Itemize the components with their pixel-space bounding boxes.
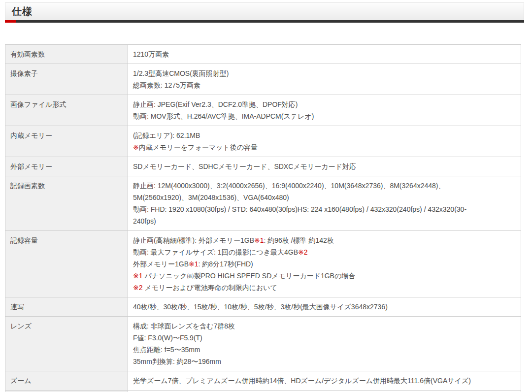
spec-value-line: SDメモリーカード、SDHCメモリーカード、SDXCメモリーカード対応 xyxy=(133,161,516,172)
spec-value-line: (記録エリア): 62.1MB xyxy=(133,130,516,141)
spec-value: 静止画: JPEG(Exif Ver2.3、DCF2.0準拠、DPOF対応)動画… xyxy=(128,95,521,126)
spec-text: メモリーおよび電池寿命の制限内において xyxy=(144,284,277,292)
spec-value: 40枚/秒、30枚/秒、15枚/秒、10枚/秒、5枚/秒、3枚/秒(最大画像サイ… xyxy=(128,297,521,317)
spec-text: 40枚/秒、30枚/秒、15枚/秒、10枚/秒、5枚/秒、3枚/秒(最大画像サイ… xyxy=(133,303,388,311)
page-title: 仕様 xyxy=(5,5,33,18)
table-row xyxy=(5,391,521,392)
spec-value-line: 静止画: JPEG(Exif Ver2.3、DCF2.0準拠、DPOF対応) xyxy=(133,98,516,110)
table-row: 画像ファイル形式静止画: JPEG(Exif Ver2.3、DCF2.0準拠、D… xyxy=(5,95,521,126)
spec-label: ズーム xyxy=(5,371,128,391)
spec-text: 35mm判換算: 約28〜196mm xyxy=(133,358,221,365)
spec-value-line: 構成: 非球面レンズを含む7群8枚 xyxy=(133,320,516,332)
spec-value-line: 動画: MOV形式、H.264/AVC準拠、IMA-ADPCM(ステレオ) xyxy=(133,110,516,122)
spec-label: 内蔵メモリー xyxy=(5,126,128,157)
spec-value-line: 静止画(高精細/標準): 外部メモリー1GB※1: 約96枚 /標準 約142枚 xyxy=(133,234,516,246)
spec-text: 総画素数: 1275万画素 xyxy=(133,81,200,89)
spec-value-line: 1/2.3型高速CMOS(裏面照射型) xyxy=(133,67,516,79)
red-accent xyxy=(5,20,16,23)
spec-text: : 約96枚 /標準 約142枚 xyxy=(264,236,334,244)
table-row: 連写40枚/秒、30枚/秒、15枚/秒、10枚/秒、5枚/秒、3枚/秒(最大画像… xyxy=(5,297,521,317)
spec-value: 1210万画素 xyxy=(128,45,521,64)
spec-text: 外部メモリー1GB xyxy=(133,260,189,268)
spec-value: (記録エリア): 62.1MB※内蔵メモリーをフォーマット後の容量 xyxy=(128,126,521,157)
spec-value xyxy=(128,391,521,392)
spec-value-line: ※2 メモリーおよび電池寿命の制限内において xyxy=(133,282,516,294)
spec-value-line: 動画: FHD: 1920 x1080(30fps) / STD: 640x48… xyxy=(133,203,516,215)
table-row: 記録画素数静止画: 12M(4000x3000)、3:2(4000x2656)、… xyxy=(5,176,521,231)
table-row: ズーム光学ズーム7倍、プレミアムズーム併用時約14倍、HDズーム/デジタルズーム… xyxy=(5,371,521,391)
spec-label: 撮像素子 xyxy=(5,64,128,95)
spec-text: SDメモリーカード、SDHCメモリーカード、SDXCメモリーカード対応 xyxy=(133,163,356,170)
spec-label: 画像ファイル形式 xyxy=(5,95,128,126)
spec-text: 動画: MOV形式、H.264/AVC準拠、IMA-ADPCM(ステレオ) xyxy=(133,112,314,120)
spec-text: パナソニック㈱製PRO HIGH SPEED SDメモリーカード1GBの場合 xyxy=(144,272,355,280)
spec-text: 動画: FHD: 1920 x1080(30fps) / STD: 640x48… xyxy=(133,205,466,213)
spec-label: 外部メモリー xyxy=(5,157,128,176)
spec-text: F値: F3.0(W)〜F5.9(T) xyxy=(133,334,202,342)
spec-label: 連写 xyxy=(5,297,128,317)
spec-text: 光学ズーム7倍、プレミアムズーム併用時約14倍、HDズーム/デジタルズーム併用時… xyxy=(133,377,471,385)
header-divider-bar xyxy=(5,20,524,23)
spec-value-line: ※1 パナソニック㈱製PRO HIGH SPEED SDメモリーカード1GBの場… xyxy=(133,270,516,282)
table-row: レンズ構成: 非球面レンズを含む7群8枚F値: F3.0(W)〜F5.9(T)焦… xyxy=(5,317,521,371)
spec-value: 光学ズーム7倍、プレミアムズーム併用時約14倍、HDズーム/デジタルズーム併用時… xyxy=(128,371,521,391)
spec-value-line: 総画素数: 1275万画素 xyxy=(133,79,516,91)
spec-value-line: 動画: 最大ファイルサイズ: 1回の撮影につき最大4GB※2 xyxy=(133,246,516,258)
note-marker: ※1 xyxy=(133,272,144,280)
spec-text: 構成: 非球面レンズを含む7群8枚 xyxy=(133,322,235,330)
table-row: 撮像素子1/2.3型高速CMOS(裏面照射型)総画素数: 1275万画素 xyxy=(5,64,521,95)
spec-table-body: 有効画素数1210万画素撮像素子1/2.3型高速CMOS(裏面照射型)総画素数:… xyxy=(5,45,521,392)
spec-text: (記録エリア): 62.1MB xyxy=(133,131,200,139)
spec-label: 有効画素数 xyxy=(5,45,128,64)
spec-text: 静止画: 12M(4000x3000)、3:2(4000x2656)、16:9(… xyxy=(133,182,445,190)
spec-text: 240fps) xyxy=(133,217,156,225)
note-marker: ※1 xyxy=(254,236,264,244)
spec-value-line: 静止画: 12M(4000x3000)、3:2(4000x2656)、16:9(… xyxy=(133,180,516,192)
table-row: 記録容量静止画(高精細/標準): 外部メモリー1GB※1: 約96枚 /標準 約… xyxy=(5,231,521,297)
note-marker: ※2 xyxy=(298,248,308,256)
spec-text: 動画: 最大ファイルサイズ: 1回の撮影につき最大4GB xyxy=(133,248,298,256)
spec-value-line: 焦点距離: f=5〜35mm xyxy=(133,344,516,356)
note-marker: ※1 xyxy=(189,260,199,268)
note-marker: ※2 xyxy=(133,284,144,292)
spec-value: 1/2.3型高速CMOS(裏面照射型)総画素数: 1275万画素 xyxy=(128,64,521,95)
spec-text: 5M(2560x1920)、3M(2048x1536)、VGA(640x480) xyxy=(133,194,289,201)
spec-text: 静止画: JPEG(Exif Ver2.3、DCF2.0準拠、DPOF対応) xyxy=(133,100,298,108)
section-header: 仕様 xyxy=(5,2,524,20)
spec-value-line: F値: F3.0(W)〜F5.9(T) xyxy=(133,332,516,344)
spec-value-line: 40枚/秒、30枚/秒、15枚/秒、10枚/秒、5枚/秒、3枚/秒(最大画像サイ… xyxy=(133,301,516,313)
spec-text: 焦点距離: f=5〜35mm xyxy=(133,346,200,354)
spec-value-line: 35mm判換算: 約28〜196mm xyxy=(133,356,516,367)
spec-value-line: ※内蔵メモリーをフォーマット後の容量 xyxy=(133,141,516,153)
spec-table: 有効画素数1210万画素撮像素子1/2.3型高速CMOS(裏面照射型)総画素数:… xyxy=(5,44,521,392)
spec-value-line: 240fps) xyxy=(133,215,516,227)
table-row: 内蔵メモリー(記録エリア): 62.1MB※内蔵メモリーをフォーマット後の容量 xyxy=(5,126,521,157)
spec-value: SDメモリーカード、SDHCメモリーカード、SDXCメモリーカード対応 xyxy=(128,157,521,176)
spec-text: : 約8分17秒(FHD) xyxy=(199,260,253,268)
spec-text: 1210万画素 xyxy=(133,50,169,58)
spec-value: 静止画(高精細/標準): 外部メモリー1GB※1: 約96枚 /標準 約142枚… xyxy=(128,231,521,297)
spec-label xyxy=(5,391,128,392)
spec-value-line: 1210万画素 xyxy=(133,48,516,60)
spec-label: 記録画素数 xyxy=(5,176,128,231)
spec-label: 記録容量 xyxy=(5,231,128,297)
spec-value-line: 5M(2560x1920)、3M(2048x1536)、VGA(640x480) xyxy=(133,192,516,203)
spec-value: 構成: 非球面レンズを含む7群8枚F値: F3.0(W)〜F5.9(T)焦点距離… xyxy=(128,317,521,371)
table-row: 有効画素数1210万画素 xyxy=(5,45,521,64)
page: 仕様 有効画素数1210万画素撮像素子1/2.3型高速CMOS(裏面照射型)総画… xyxy=(5,0,524,392)
table-row: 外部メモリーSDメモリーカード、SDHCメモリーカード、SDXCメモリーカード対… xyxy=(5,157,521,176)
spec-value-line: 外部メモリー1GB※1: 約8分17秒(FHD) xyxy=(133,258,516,270)
spec-text: 1/2.3型高速CMOS(裏面照射型) xyxy=(133,69,229,77)
spec-value-line: 光学ズーム7倍、プレミアムズーム併用時約14倍、HDズーム/デジタルズーム併用時… xyxy=(133,375,516,387)
spec-label: レンズ xyxy=(5,317,128,371)
spec-value: 静止画: 12M(4000x3000)、3:2(4000x2656)、16:9(… xyxy=(128,176,521,231)
note-marker: ※ xyxy=(133,143,139,151)
spec-text: 内蔵メモリーをフォーマット後の容量 xyxy=(139,143,258,151)
spec-text: 静止画(高精細/標準): 外部メモリー1GB xyxy=(133,236,254,244)
